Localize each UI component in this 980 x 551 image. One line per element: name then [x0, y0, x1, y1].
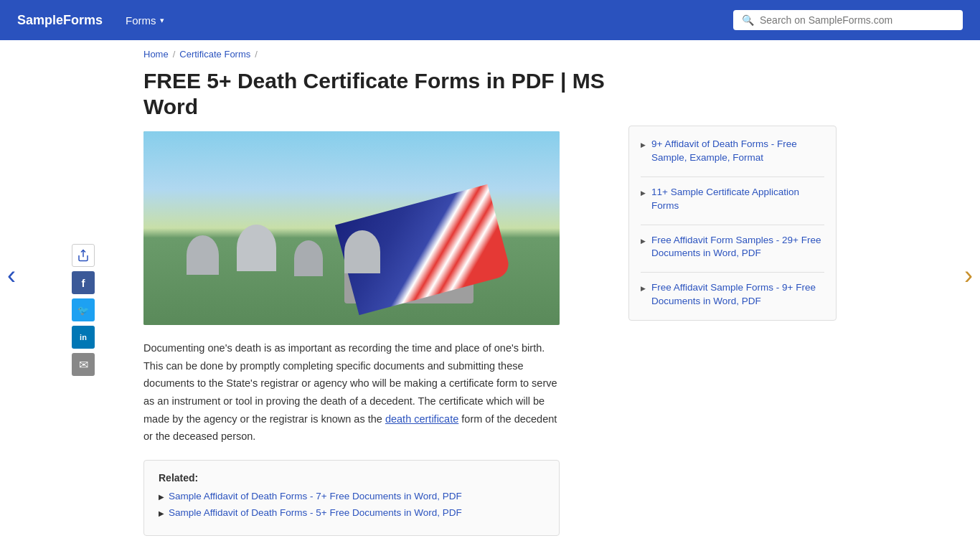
breadcrumb: Home / Certificate Forms /	[0, 40, 980, 68]
related-link-2[interactable]: ▶ Sample Affidavit of Death Forms - 5+ F…	[159, 507, 545, 518]
search-container: 🔍	[733, 10, 963, 30]
chevron-down-icon: ▾	[160, 16, 164, 25]
sidebar-divider-2	[641, 225, 824, 225]
social-sidebar: f 🐦 in ✉	[72, 244, 95, 376]
tombstone-3	[294, 240, 323, 276]
related-box: Related: ▶ Sample Affidavit of Death For…	[143, 460, 560, 536]
linkedin-icon: in	[80, 333, 87, 342]
header: SampleForms Forms ▾ 🔍	[0, 0, 980, 40]
page-title: FREE 5+ Death Certificate Forms in PDF |…	[143, 68, 606, 120]
sidebar-divider-3	[641, 272, 824, 273]
sidebar-bullet-4: ▶	[641, 284, 646, 293]
tombstone-2	[237, 225, 276, 271]
sidebar-link-2[interactable]: ▶ 11+ Sample Certificate Application For…	[641, 186, 824, 213]
body-text: Documenting one's death is as important …	[143, 339, 567, 446]
next-arrow[interactable]: ›	[964, 260, 973, 291]
sidebar-bullet-1: ▶	[641, 141, 646, 150]
facebook-icon: f	[82, 277, 85, 289]
right-sidebar: ▶ 9+ Affidavit of Death Forms - Free Sam…	[628, 126, 837, 536]
search-input[interactable]	[760, 14, 954, 26]
share-button[interactable]	[72, 244, 95, 267]
site-logo[interactable]: SampleForms	[17, 13, 103, 28]
search-icon: 🔍	[742, 14, 754, 26]
breadcrumb-separator-1: /	[173, 49, 176, 60]
sidebar-bullet-3: ▶	[641, 237, 646, 246]
breadcrumb-separator-2: /	[255, 49, 258, 60]
tombstone-4	[344, 230, 380, 273]
twitter-icon: 🐦	[77, 305, 89, 316]
facebook-button[interactable]: f	[72, 271, 95, 294]
related-label: Related:	[159, 472, 545, 484]
sidebar-bullet-2: ▶	[641, 189, 646, 198]
prev-arrow[interactable]: ‹	[7, 260, 16, 291]
death-certificate-link[interactable]: death certificate	[385, 413, 458, 425]
sidebar-link-1[interactable]: ▶ 9+ Affidavit of Death Forms - Free Sam…	[641, 138, 824, 165]
related-bullet-2: ▶	[159, 509, 164, 517]
related-bullet-1: ▶	[159, 493, 164, 501]
nav-forms-label: Forms	[126, 14, 156, 27]
sidebar-link-4[interactable]: ▶ Free Affidavit Sample Forms - 9+ Free …	[641, 281, 824, 309]
page-wrapper: FREE 5+ Death Certificate Forms in PDF |…	[0, 68, 980, 536]
tombstone-1	[187, 235, 219, 275]
main-content: FREE 5+ Death Certificate Forms in PDF |…	[143, 68, 606, 536]
breadcrumb-section[interactable]: Certificate Forms	[179, 49, 250, 60]
twitter-button[interactable]: 🐦	[72, 298, 95, 321]
nav-forms-menu[interactable]: Forms ▾	[126, 14, 164, 27]
related-link-1[interactable]: ▶ Sample Affidavit of Death Forms - 7+ F…	[159, 491, 545, 501]
linkedin-button[interactable]: in	[72, 326, 95, 349]
sidebar-links-box: ▶ 9+ Affidavit of Death Forms - Free Sam…	[628, 126, 837, 321]
email-icon: ✉	[79, 358, 88, 372]
sidebar-divider-1	[641, 176, 824, 177]
breadcrumb-home[interactable]: Home	[143, 49, 169, 60]
email-button[interactable]: ✉	[72, 353, 95, 376]
hero-image	[143, 131, 560, 325]
sidebar-link-3[interactable]: ▶ Free Affidavit Form Samples - 29+ Free…	[641, 234, 824, 261]
